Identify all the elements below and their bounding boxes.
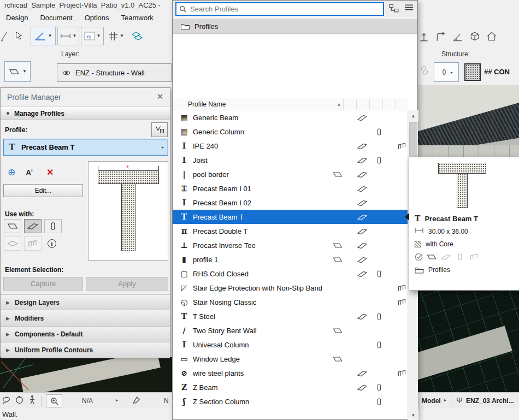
protractor-tool-button[interactable]: [31, 27, 56, 45]
new-profile-icon[interactable]: ⊕: [8, 167, 15, 178]
info-icon[interactable]: i: [48, 239, 56, 248]
wall-icon: [7, 222, 19, 230]
walk-icon[interactable]: [29, 395, 36, 405]
tree-view-icon[interactable]: [389, 4, 400, 13]
delete-profile-icon[interactable]: ✕: [46, 167, 54, 178]
menu-design[interactable]: Design: [0, 11, 34, 24]
layers-tool-icon[interactable]: [129, 27, 145, 45]
close-icon[interactable]: ✕: [155, 92, 165, 102]
grid-tool-button[interactable]: [106, 27, 127, 45]
menu-options[interactable]: Options: [79, 11, 115, 24]
tooltip-title-row: T Precast Beam T: [415, 214, 478, 223]
profile-row[interactable]: ⊥Precast Inverse Tee: [173, 238, 408, 252]
column-profile-button[interactable]: [434, 62, 459, 82]
profile-type-icon: ⊥: [179, 241, 189, 250]
profile-row[interactable]: ◸Stair Edge Protection with Non-Slip Ban…: [173, 281, 408, 295]
check-circle-icon: [415, 253, 423, 261]
beam-usage-icon: [357, 369, 368, 377]
profile-row[interactable]: ꞮPrecast Beam I 01: [173, 181, 408, 196]
profile-row[interactable]: ƵZ Beam: [173, 380, 408, 394]
wall-type-button[interactable]: [4, 61, 31, 82]
profile-row[interactable]: ᴨPrecast Double T: [173, 224, 408, 238]
dropdown-caret-icon[interactable]: [48, 34, 52, 38]
scrollbar-down-button[interactable]: ▼: [408, 410, 418, 420]
menu-document[interactable]: Document: [34, 11, 78, 24]
profile-row[interactable]: ∕Two Story Bent Wall: [173, 323, 408, 338]
coordinate-tool-button[interactable]: xy: [81, 27, 104, 45]
wall-use-toggle[interactable]: [4, 219, 21, 233]
section-uniform-contours[interactable]: Uniform Profile Contours: [1, 342, 170, 358]
profile-type-icon: ▦: [179, 113, 189, 122]
profile-row[interactable]: IJoist: [173, 153, 408, 167]
column-use-toggle[interactable]: [44, 219, 62, 233]
menu-teamwork[interactable]: Teamwork: [115, 11, 160, 24]
profiles-folder-header[interactable]: Profiles: [173, 19, 417, 34]
layer-combo[interactable]: ENZ - Structure - Wall: [57, 63, 172, 82]
profile-row[interactable]: TPrecast Beam T: [173, 210, 408, 224]
railing-use-toggle[interactable]: [24, 236, 42, 251]
collapse-triangle-icon: [6, 347, 10, 353]
slab-use-toggle[interactable]: [4, 236, 21, 251]
layout-label[interactable]: ENZ_03 Archi...: [466, 397, 514, 405]
scrollbar-thumb[interactable]: [409, 122, 417, 162]
flyout-arrow-icon[interactable]: [116, 398, 118, 403]
dropdown-caret-icon[interactable]: [120, 34, 124, 38]
fill-swatch[interactable]: [464, 63, 481, 81]
capture-button[interactable]: Capture: [3, 277, 83, 291]
profile-row[interactable]: ⊘wire steel plants: [173, 366, 408, 380]
angle-measure-icon[interactable]: [452, 31, 464, 43]
3d-view-left-fragment[interactable]: [0, 357, 172, 392]
profile-row[interactable]: ▢RHS Cold Closed: [173, 267, 408, 281]
dropdown-caret-icon[interactable]: [73, 34, 77, 38]
manage-profiles-header[interactable]: Manage Profiles: [1, 107, 170, 120]
section-components[interactable]: Components - Default: [1, 327, 170, 342]
list-view-icon[interactable]: [404, 4, 415, 13]
section-label: Modifiers: [15, 315, 44, 322]
profile-row[interactable]: IUniversal Column: [173, 338, 408, 352]
edit-button[interactable]: Edit...: [3, 184, 83, 197]
dropdown-caret-icon[interactable]: [22, 69, 27, 74]
list-header[interactable]: Profile Name: [173, 98, 408, 110]
home-icon[interactable]: [486, 31, 498, 43]
search-input[interactable]: [189, 4, 380, 14]
profile-row[interactable]: ▭Window Ledge: [173, 352, 408, 366]
pen-icon[interactable]: [132, 396, 140, 404]
zoom-button[interactable]: [46, 394, 62, 407]
profile-row[interactable]: |pool border: [173, 167, 408, 181]
column-separator: [382, 99, 383, 109]
eye-icon[interactable]: [62, 70, 71, 76]
corner-arrow-icon[interactable]: [435, 31, 447, 43]
profile-row[interactable]: ▦Generic Column: [173, 125, 408, 139]
use-with-row-1: [4, 219, 62, 233]
profile-name: wire steel plants: [193, 369, 244, 377]
t-profile-icon: T: [9, 142, 15, 152]
profile-name: Generic Column: [193, 128, 244, 136]
profile-row[interactable]: IPrecast Beam I 02: [173, 196, 408, 210]
model-label[interactable]: Model: [422, 397, 441, 405]
profile-row[interactable]: ʃZ Section Column: [173, 394, 408, 409]
apply-button[interactable]: Apply: [86, 277, 168, 291]
scrollbar-up-button[interactable]: ▲: [408, 110, 418, 121]
search-box[interactable]: [175, 2, 384, 16]
profile-row[interactable]: ▦Generic Beam: [173, 110, 408, 125]
profile-manager-icon-button[interactable]: [151, 122, 168, 137]
beam-use-toggle[interactable]: [24, 219, 42, 233]
dimension-tool-button[interactable]: [57, 27, 79, 45]
profile-row[interactable]: ◵Stair Nosing Classic: [173, 295, 408, 309]
column-header-profile-name[interactable]: Profile Name: [188, 100, 226, 108]
dropdown-caret-icon[interactable]: [97, 34, 101, 38]
profile-row[interactable]: ▮profile 1: [173, 252, 408, 267]
orbit-icon[interactable]: [15, 395, 24, 405]
section-design-layers[interactable]: Design Layers: [1, 294, 170, 310]
lasso-icon[interactable]: [2, 395, 11, 405]
profile-row[interactable]: IIPE 240: [173, 139, 408, 153]
profile-row[interactable]: TT Steel: [173, 309, 408, 323]
beam-icon: [440, 253, 451, 261]
selected-profile-dropdown[interactable]: T Precast Beam T: [3, 139, 168, 156]
column-stretch-icon[interactable]: [418, 31, 430, 43]
cursor-tool-icon[interactable]: [10, 27, 28, 45]
flyout-arrow-icon[interactable]: [444, 398, 446, 403]
section-modifiers[interactable]: Modifiers: [1, 311, 170, 327]
rename-profile-icon[interactable]: AI: [26, 168, 32, 177]
3d-box-icon[interactable]: [469, 31, 481, 43]
